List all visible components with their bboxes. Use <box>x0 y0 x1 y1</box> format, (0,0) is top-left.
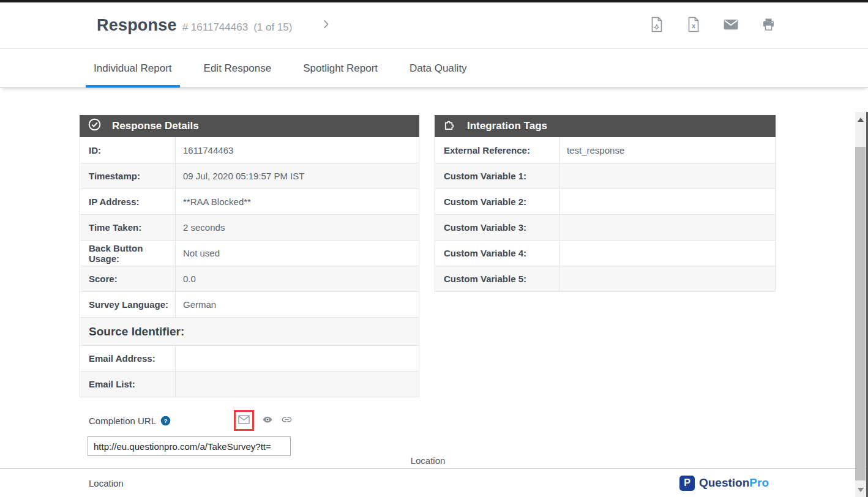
completion-url-block: Completion URL ? <box>80 409 293 456</box>
table-row: Custom Variable 5: <box>435 266 775 291</box>
row-label: Custom Variable 1: <box>435 163 559 189</box>
table-row: Time Taken: 2 seconds <box>80 214 419 240</box>
questionpro-logo[interactable]: P QuestionPro <box>679 476 769 491</box>
tab-edit-response[interactable]: Edit Response <box>196 49 280 88</box>
email-response-button[interactable] <box>723 18 739 34</box>
row-label: Survey Language: <box>80 292 176 317</box>
link-icon <box>281 414 293 428</box>
response-details-rows: ID: 1611744463 Timestamp: 09 Jul, 2020 0… <box>80 137 419 397</box>
table-row: Email List: <box>80 371 419 397</box>
help-icon[interactable]: ? <box>160 416 171 426</box>
scroll-up-button[interactable] <box>855 114 866 124</box>
export-excel-button[interactable]: x <box>686 17 701 35</box>
copy-link-button[interactable] <box>281 414 293 428</box>
svg-text:x: x <box>692 22 696 29</box>
print-button[interactable] <box>761 17 776 34</box>
svg-text:?: ? <box>164 417 168 424</box>
row-value: test_response <box>559 137 775 163</box>
row-label: External Reference: <box>435 137 559 163</box>
row-label: IP Address: <box>80 189 176 214</box>
table-row: Back Button Usage: Not used <box>80 240 419 266</box>
triangle-up-icon <box>858 118 864 122</box>
row-value <box>559 189 775 214</box>
row-value <box>176 346 419 371</box>
export-pdf-button[interactable] <box>649 17 664 35</box>
response-number: # 1611744463 <box>182 21 248 34</box>
row-value <box>559 163 775 189</box>
table-row: Source Identifier: <box>80 317 419 345</box>
integration-tags-panel: Integration Tags External Reference: tes… <box>435 115 776 292</box>
table-row: Score: 0.0 <box>80 266 419 291</box>
row-value <box>176 372 419 397</box>
chevron-right-icon <box>320 18 332 32</box>
table-row: Custom Variable 2: <box>435 189 775 214</box>
preview-button[interactable] <box>262 415 273 427</box>
scroll-down-button[interactable] <box>855 485 866 495</box>
completion-url-input[interactable] <box>88 436 291 456</box>
row-label: Email List: <box>80 372 176 397</box>
app-header: Response # 1611744463 (1 of 15) x <box>0 2 868 49</box>
scrollbar-thumb[interactable] <box>855 147 866 480</box>
pdf-file-icon <box>649 17 664 35</box>
tab-spotlight-report[interactable]: Spotlight Report <box>295 49 386 88</box>
table-row: ID: 1611744463 <box>80 137 419 163</box>
annotation-highlight-box <box>234 410 254 431</box>
brand-name-light: Pro <box>749 476 769 489</box>
row-label: Back Button Usage: <box>80 241 176 266</box>
completion-url-label: Completion URL <box>89 416 156 426</box>
row-value: 1611744463 <box>176 137 419 163</box>
row-value: 2 seconds <box>176 215 419 240</box>
row-value: **RAA Blocked** <box>176 189 419 214</box>
envelope-icon <box>723 18 739 34</box>
footer-location-label: Location <box>89 478 124 488</box>
row-value <box>559 266 775 291</box>
tab-data-quality[interactable]: Data Quality <box>402 49 475 88</box>
panel-title: Response Details <box>112 120 199 132</box>
table-row: Custom Variable 4: <box>435 240 775 266</box>
row-label: Custom Variable 5: <box>435 266 559 291</box>
row-label: Email Address: <box>80 346 176 371</box>
brand-name-dark: Question <box>699 476 749 489</box>
table-row: Custom Variable 1: <box>435 163 775 189</box>
row-value: 09 Jul, 2020 05:19:57 PM IST <box>176 163 419 189</box>
table-row: Email Address: <box>80 345 419 371</box>
row-label: Timestamp: <box>80 163 176 189</box>
next-response-button[interactable] <box>320 18 332 32</box>
vertical-scrollbar[interactable] <box>855 112 866 497</box>
row-value <box>559 241 775 266</box>
footer: Location P QuestionPro <box>0 469 855 497</box>
row-value: German <box>176 292 419 317</box>
report-content: Response Details ID: 1611744463 Timestam… <box>0 88 868 497</box>
row-value <box>559 215 775 240</box>
row-label: Custom Variable 2: <box>435 189 559 214</box>
table-row: External Reference: test_response <box>435 137 775 163</box>
row-label: ID: <box>80 137 176 163</box>
tab-individual-report[interactable]: Individual Report <box>86 49 180 88</box>
row-label: Time Taken: <box>80 215 176 240</box>
puzzle-piece-icon <box>443 118 457 135</box>
row-label: Score: <box>80 266 176 291</box>
report-tabbar: Individual Report Edit Response Spotligh… <box>0 49 868 88</box>
excel-file-icon: x <box>686 17 701 35</box>
table-row: Custom Variable 3: <box>435 214 775 240</box>
row-label: Custom Variable 3: <box>435 215 559 240</box>
export-toolbar: x <box>649 17 776 35</box>
integration-tags-header: Integration Tags <box>435 115 776 137</box>
table-row: IP Address: **RAA Blocked** <box>80 189 419 214</box>
row-value: Not used <box>176 241 419 266</box>
envelope-outline-icon <box>238 414 250 427</box>
check-circle-icon <box>88 118 102 135</box>
integration-tags-rows: External Reference: test_response Custom… <box>435 137 776 292</box>
title-group: Response # 1611744463 (1 of 15) <box>97 16 292 35</box>
printer-icon <box>761 17 776 34</box>
panel-title: Integration Tags <box>467 120 547 132</box>
eye-icon <box>262 415 273 427</box>
questionpro-logo-icon: P <box>679 476 695 491</box>
row-label: Custom Variable 4: <box>435 241 559 266</box>
table-row: Timestamp: 09 Jul, 2020 05:19:57 PM IST <box>80 163 419 189</box>
table-row: Survey Language: German <box>80 291 419 317</box>
response-details-panel: Response Details ID: 1611744463 Timestam… <box>80 115 419 397</box>
location-section-title: Location <box>0 455 856 466</box>
send-email-button[interactable] <box>238 414 250 427</box>
page-title: Response <box>97 16 177 35</box>
